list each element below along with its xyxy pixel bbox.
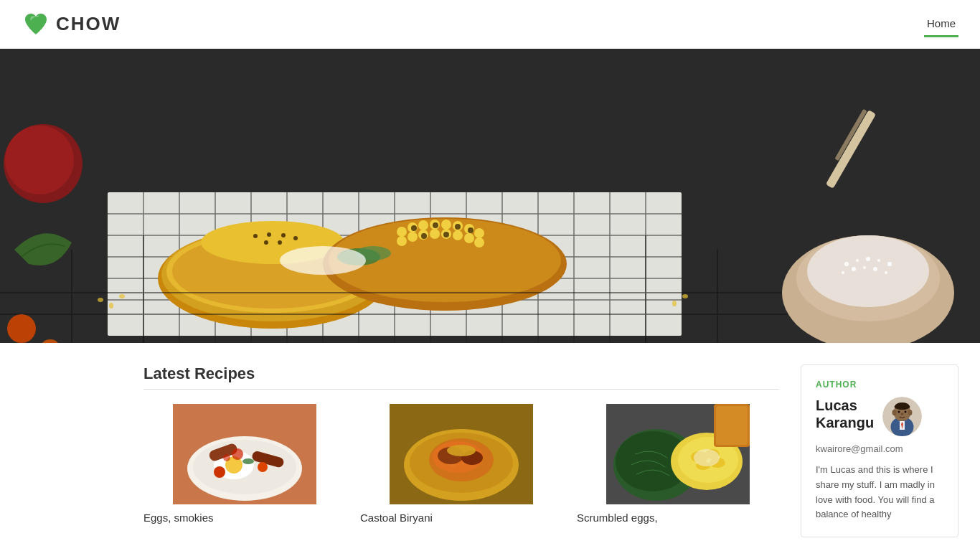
svg-point-42	[267, 232, 271, 237]
svg-point-86	[877, 259, 880, 262]
navbar: CHOW Home	[0, 0, 980, 49]
svg-point-51	[418, 220, 428, 230]
svg-point-73	[280, 246, 366, 275]
svg-point-152	[898, 411, 900, 413]
nav-home[interactable]: Home	[924, 11, 958, 37]
recipe-image-eggs-smokies	[143, 404, 346, 504]
author-label: AUTHOR	[816, 380, 943, 390]
svg-point-83	[844, 262, 849, 266]
svg-point-58	[407, 232, 418, 242]
svg-point-49	[397, 227, 407, 237]
svg-point-82	[807, 235, 929, 307]
svg-point-38	[283, 237, 291, 246]
author-card: AUTHOR Lucas Karangu	[801, 364, 958, 537]
svg-point-68	[468, 227, 473, 233]
svg-point-34	[240, 242, 248, 250]
logo-text: CHOW	[56, 13, 121, 35]
hero-visual	[0, 49, 980, 343]
svg-point-101	[672, 301, 677, 306]
svg-point-151	[895, 404, 910, 410]
svg-point-88	[842, 271, 844, 274]
logo-link[interactable]: CHOW	[22, 10, 121, 39]
svg-point-102	[682, 294, 688, 298]
svg-point-41	[253, 234, 258, 238]
svg-point-85	[866, 257, 870, 261]
recipe-card-image-2	[360, 404, 562, 504]
main-content: Latest Recipes	[0, 343, 980, 551]
svg-point-53	[441, 220, 451, 230]
latest-recipes-title: Latest Recipes	[143, 364, 779, 390]
svg-point-67	[455, 224, 461, 230]
svg-point-60	[430, 229, 440, 239]
svg-point-63	[464, 233, 474, 243]
svg-point-66	[433, 222, 438, 228]
author-name-block: Lucas Karangu	[816, 397, 874, 431]
svg-point-153	[905, 411, 907, 413]
author-avatar-image	[882, 397, 922, 436]
author-email: kwairore@gmail.com	[816, 443, 943, 454]
svg-point-130	[447, 445, 476, 456]
author-avatar	[882, 397, 922, 436]
hero-image	[0, 49, 980, 343]
svg-point-84	[856, 259, 859, 262]
svg-point-69	[421, 233, 427, 239]
recipe-card-title-3: Scrumbled eggs,	[577, 512, 779, 524]
author-name: Lucas Karangu	[816, 397, 874, 431]
recipe-card-image-3	[577, 404, 779, 504]
recipe-card-image-1	[143, 404, 346, 504]
logo-icon	[22, 10, 50, 39]
svg-point-99	[109, 303, 113, 309]
svg-point-30	[272, 229, 281, 237]
recipe-card-title-2: Castoal Biryani	[360, 512, 562, 524]
svg-point-154	[901, 413, 904, 415]
svg-point-70	[443, 232, 449, 237]
nav-links: Home	[924, 11, 958, 37]
recipe-card-1[interactable]: Eggs, smokies	[143, 404, 346, 524]
svg-point-100	[119, 294, 125, 298]
svg-point-92	[885, 271, 887, 274]
svg-point-98	[98, 298, 103, 302]
svg-point-115	[214, 466, 225, 478]
svg-point-116	[258, 462, 268, 472]
svg-point-87	[887, 262, 892, 266]
svg-point-148	[892, 410, 897, 415]
svg-point-90	[863, 266, 866, 269]
svg-point-140	[694, 449, 720, 466]
svg-point-113	[223, 454, 230, 461]
svg-point-57	[397, 236, 407, 246]
recipe-cards: Eggs, smokies	[143, 404, 779, 524]
svg-point-39	[293, 240, 302, 248]
svg-point-46	[278, 240, 282, 245]
svg-point-96	[7, 314, 36, 343]
svg-rect-142	[716, 406, 748, 445]
svg-point-62	[453, 230, 463, 240]
recipe-image-biryani	[360, 404, 562, 504]
svg-point-112	[232, 448, 243, 460]
svg-point-45	[264, 240, 268, 245]
author-bio: I'm Lucas and this is where I share my s…	[816, 463, 943, 522]
author-info: Lucas Karangu	[816, 397, 943, 436]
svg-point-35	[250, 239, 259, 248]
svg-point-91	[873, 267, 877, 271]
svg-point-64	[474, 237, 484, 248]
sidebar: AUTHOR Lucas Karangu	[801, 364, 958, 537]
recipe-image-scrambled-eggs	[577, 404, 779, 504]
svg-point-56	[474, 228, 484, 238]
svg-point-44	[293, 236, 298, 240]
hero-section	[0, 49, 980, 343]
recipe-card-2[interactable]: Castoal Biryani	[360, 404, 562, 524]
svg-point-114	[242, 458, 254, 464]
recipe-card-title-1: Eggs, smokies	[143, 512, 346, 524]
svg-point-149	[908, 410, 913, 415]
svg-point-43	[281, 233, 286, 237]
svg-point-94	[5, 126, 74, 194]
svg-point-89	[852, 267, 856, 271]
svg-point-65	[411, 225, 417, 231]
recipe-card-3[interactable]: Scrumbled eggs,	[577, 404, 779, 524]
recipes-section: Latest Recipes	[143, 364, 779, 537]
